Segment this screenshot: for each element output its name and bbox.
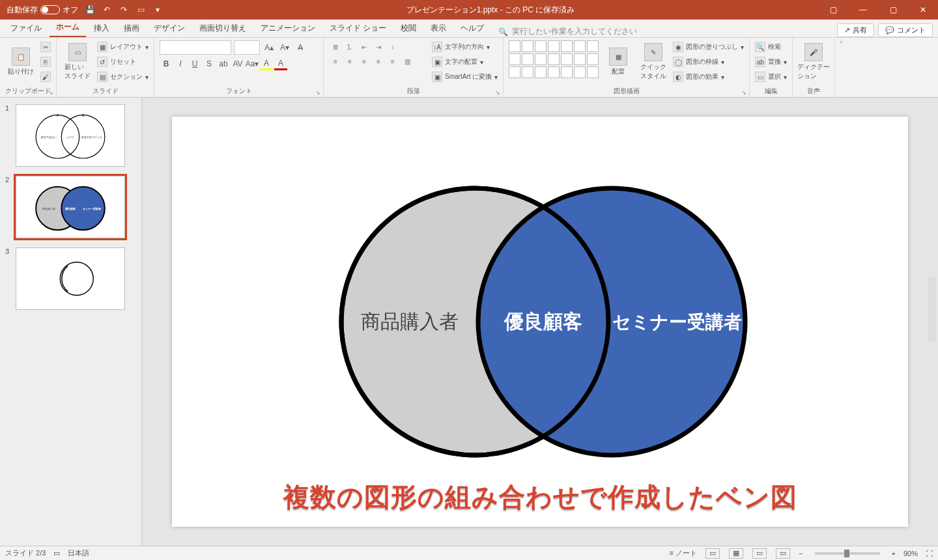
share-button[interactable]: ↗共有	[837, 23, 874, 37]
notes-button[interactable]: ≡ ノート	[670, 548, 697, 558]
sorter-view-icon[interactable]: ▦	[729, 548, 743, 559]
shape-effects-button[interactable]: ◐図形の効果 ▾	[673, 70, 744, 83]
slide-canvas[interactable]: 商品購入者 優良顧客 セミナー受講者 複数の図形の組み合わせで作成したベン図	[172, 117, 908, 527]
fit-to-window-icon[interactable]: ⛶	[926, 550, 933, 557]
normal-view-icon[interactable]: ▭	[705, 548, 720, 559]
quick-styles-button[interactable]: ✎クイック スタイル	[638, 40, 669, 83]
slide-editor[interactable]: 商品購入者 優良顧客 セミナー受講者 複数の図形の組み合わせで作成したベン図	[142, 98, 938, 546]
text-direction-button[interactable]: ↕A文字列の方向 ▾	[432, 40, 498, 53]
copy-icon[interactable]: ⎘	[40, 57, 51, 67]
italic-button[interactable]: I	[174, 57, 187, 70]
replace-button[interactable]: ab置換 ▾	[755, 55, 787, 68]
align-text-button[interactable]: ▣文字の配置 ▾	[432, 55, 498, 68]
change-case-button[interactable]: Aa▾	[246, 57, 259, 70]
dialog-launcher-icon[interactable]: ↘	[315, 89, 320, 96]
zoom-level[interactable]: 90%	[903, 550, 918, 557]
spacing-button[interactable]: AV	[231, 57, 244, 70]
align-right-icon[interactable]: ≡	[358, 55, 371, 68]
tab-animations[interactable]: アニメーション	[254, 20, 322, 37]
tell-me-search[interactable]: 🔍 実行したい作業を入力してください	[492, 26, 644, 37]
vertical-scrollbar[interactable]	[928, 277, 936, 342]
slide-thumbnail-2[interactable]: 商品購入者 優良顧客 セミナー受講者	[16, 176, 125, 238]
arrange-button[interactable]: ▦配置	[603, 40, 634, 83]
reading-view-icon[interactable]: ▭	[752, 548, 767, 559]
justify-icon[interactable]: ≡	[372, 55, 385, 68]
thumb-number: 1	[5, 104, 12, 167]
comments-button[interactable]: 💬コメント	[878, 23, 933, 37]
dialog-launcher-icon[interactable]: ↘	[48, 89, 53, 96]
font-family-combo[interactable]	[160, 40, 231, 55]
tab-transitions[interactable]: 画面切り替え	[193, 20, 253, 37]
autosave-toggle[interactable]: 自動保存 オフ	[7, 5, 78, 16]
layout-button[interactable]: ▦レイアウト ▾	[97, 40, 149, 53]
indent-inc-icon[interactable]: ⇥	[372, 40, 385, 53]
find-button[interactable]: 🔍検索	[755, 40, 787, 53]
increase-font-icon[interactable]: A▴	[263, 41, 276, 54]
section-button[interactable]: ▤セクション ▾	[97, 70, 149, 83]
shape-fill-button[interactable]: ◉図形の塗りつぶし ▾	[673, 40, 744, 53]
redo-icon[interactable]: ↷	[119, 5, 129, 15]
maximize-icon[interactable]: ▢	[878, 0, 908, 20]
strike-button[interactable]: S	[203, 57, 216, 70]
bullets-icon[interactable]: ≣	[329, 40, 342, 53]
mic-icon: 🎤	[804, 43, 823, 61]
distribute-icon[interactable]: ≡	[386, 55, 399, 68]
underline-button[interactable]: U	[188, 57, 201, 70]
columns-icon[interactable]: ▥	[401, 55, 414, 68]
paste-button[interactable]: 📋 貼り付け	[5, 40, 36, 83]
ribbon-display-options-icon[interactable]: ▢	[818, 0, 848, 20]
undo-icon[interactable]: ↶	[102, 5, 112, 15]
tab-draw[interactable]: 描画	[117, 20, 146, 37]
slide-thumbnail-1[interactable]: A B 好きではない ふつう 好きのほうだった	[16, 104, 125, 167]
align-left-icon[interactable]: ≡	[329, 55, 342, 68]
slideshow-view-icon[interactable]: ▭	[776, 548, 790, 559]
bold-button[interactable]: B	[160, 57, 173, 70]
new-slide-button[interactable]: ▭ 新しい スライド	[62, 40, 93, 83]
align-center-icon[interactable]: ≡	[343, 55, 356, 68]
dictate-button[interactable]: 🎤ディクテー ション	[798, 40, 829, 83]
shadow-button[interactable]: ab	[217, 57, 230, 70]
slide-thumbnail-3[interactable]	[16, 247, 125, 310]
collapse-ribbon-icon[interactable]: ˄	[835, 38, 847, 48]
convert-smartart-button[interactable]: ▣SmartArt に変換 ▾	[432, 70, 498, 83]
decrease-font-icon[interactable]: A▾	[278, 41, 291, 54]
zoom-out-icon[interactable]: −	[799, 550, 803, 557]
language-indicator[interactable]: 日本語	[68, 548, 89, 558]
format-painter-icon[interactable]: 🖌	[40, 72, 51, 82]
tab-insert[interactable]: 挿入	[87, 20, 116, 37]
line-spacing-icon[interactable]: ↕	[386, 40, 399, 53]
tab-review[interactable]: 校閲	[394, 20, 423, 37]
zoom-in-icon[interactable]: +	[892, 550, 896, 557]
dialog-launcher-icon[interactable]: ↘	[741, 89, 746, 96]
reset-button[interactable]: ↺リセット	[97, 55, 149, 68]
shapes-gallery[interactable]	[509, 40, 599, 78]
clipboard-icon: 📋	[12, 48, 30, 66]
clear-format-icon[interactable]: A̶	[294, 41, 307, 54]
tab-design[interactable]: デザイン	[147, 20, 192, 37]
spellcheck-icon[interactable]: ▭	[53, 549, 60, 557]
from-beginning-icon[interactable]: ▭	[135, 5, 146, 15]
cut-icon[interactable]: ✂	[40, 42, 51, 52]
reset-icon: ↺	[97, 57, 107, 67]
numbering-icon[interactable]: 1.	[343, 40, 356, 53]
group-paragraph: ≣1.⇤⇥↕ ≡≡≡≡≡▥ ↕A文字列の方向 ▾ ▣文字の配置 ▾ ▣Smart…	[324, 38, 504, 97]
select-button[interactable]: ▭選択 ▾	[755, 70, 787, 83]
save-icon[interactable]: 💾	[85, 5, 95, 15]
venn-diagram[interactable]: 商品購入者 優良顧客 セミナー受講者	[312, 182, 768, 462]
tab-slideshow[interactable]: スライド ショー	[323, 20, 393, 37]
minimize-icon[interactable]: —	[848, 0, 878, 20]
tab-help[interactable]: ヘルプ	[454, 20, 490, 37]
tab-view[interactable]: 表示	[424, 20, 453, 37]
tab-home[interactable]: ホーム	[50, 18, 86, 37]
tab-file[interactable]: ファイル	[4, 20, 48, 37]
indent-dec-icon[interactable]: ⇤	[358, 40, 371, 53]
close-icon[interactable]: ✕	[908, 0, 938, 20]
dialog-launcher-icon[interactable]: ↘	[495, 89, 500, 96]
highlight-button[interactable]: A	[260, 57, 273, 70]
font-size-combo[interactable]	[234, 40, 260, 55]
font-color-button[interactable]: A	[274, 57, 287, 70]
qat-dropdown-icon[interactable]: ▾	[152, 5, 163, 15]
zoom-slider[interactable]	[815, 552, 880, 555]
slide-counter[interactable]: スライド 2/3	[5, 548, 46, 558]
shape-outline-button[interactable]: ◯図形の枠線 ▾	[673, 55, 744, 68]
